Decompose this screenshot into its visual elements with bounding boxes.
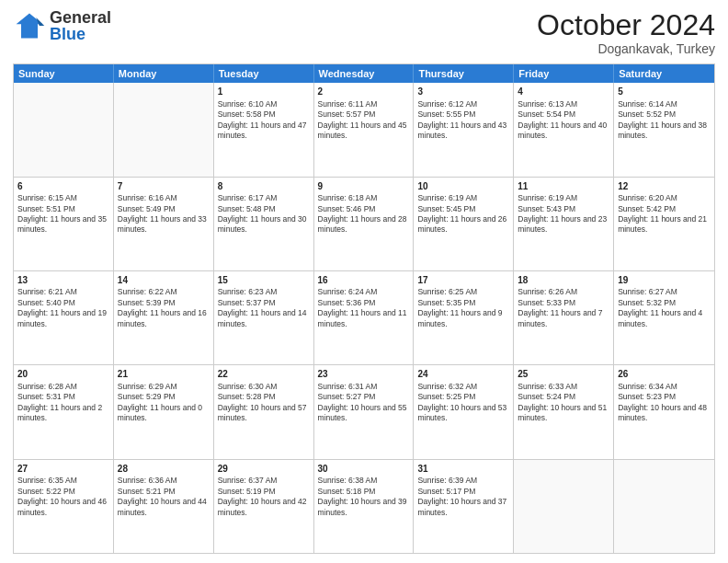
sunset-text: Sunset: 5:36 PM [318, 298, 376, 307]
cal-cell: 26Sunrise: 6:34 AMSunset: 5:23 PMDayligh… [614, 365, 714, 458]
sunrise-text: Sunrise: 6:28 AM [17, 382, 77, 391]
cal-cell: 22Sunrise: 6:30 AMSunset: 5:28 PMDayligh… [214, 365, 314, 458]
cal-cell: 1Sunrise: 6:10 AMSunset: 5:58 PMDaylight… [214, 83, 314, 176]
cal-header-cell: Sunday [14, 64, 114, 83]
cal-cell [514, 460, 614, 553]
daylight-text: Daylight: 11 hours and 38 minutes. [618, 121, 707, 140]
sunset-text: Sunset: 5:48 PM [218, 204, 276, 213]
subtitle: Dogankavak, Turkey [537, 41, 715, 56]
cal-cell: 23Sunrise: 6:31 AMSunset: 5:27 PMDayligh… [314, 365, 415, 458]
svg-marker-0 [17, 14, 43, 39]
cal-header-cell: Tuesday [214, 64, 314, 83]
sunrise-text: Sunrise: 6:23 AM [218, 287, 278, 296]
cal-cell: 31Sunrise: 6:39 AMSunset: 5:17 PMDayligh… [414, 460, 514, 553]
cal-cell: 13Sunrise: 6:21 AMSunset: 5:40 PMDayligh… [14, 271, 114, 364]
cal-cell: 15Sunrise: 6:23 AMSunset: 5:37 PMDayligh… [214, 271, 314, 364]
day-number: 12 [618, 180, 711, 193]
daylight-text: Daylight: 11 hours and 0 minutes. [118, 403, 202, 422]
sunrise-text: Sunrise: 6:30 AM [218, 382, 278, 391]
cal-cell: 2Sunrise: 6:11 AMSunset: 5:57 PMDaylight… [314, 83, 415, 176]
day-number: 27 [17, 463, 109, 476]
logo-icon [13, 9, 46, 42]
calendar-header: SundayMondayTuesdayWednesdayThursdayFrid… [14, 64, 714, 83]
day-number: 20 [17, 368, 109, 381]
day-number: 26 [618, 368, 711, 381]
cal-cell: 17Sunrise: 6:25 AMSunset: 5:35 PMDayligh… [414, 271, 514, 364]
sunset-text: Sunset: 5:31 PM [17, 392, 75, 401]
day-number: 25 [518, 368, 609, 381]
logo: General Blue [13, 9, 111, 42]
cal-row: 6Sunrise: 6:15 AMSunset: 5:51 PMDaylight… [14, 177, 714, 270]
sunrise-text: Sunrise: 6:19 AM [417, 193, 477, 202]
cal-cell: 27Sunrise: 6:35 AMSunset: 5:22 PMDayligh… [14, 460, 114, 553]
cal-row: 27Sunrise: 6:35 AMSunset: 5:22 PMDayligh… [14, 459, 714, 553]
sunset-text: Sunset: 5:55 PM [417, 109, 475, 119]
daylight-text: Daylight: 11 hours and 45 minutes. [318, 121, 407, 140]
cal-cell: 28Sunrise: 6:36 AMSunset: 5:21 PMDayligh… [114, 460, 214, 553]
sunrise-text: Sunrise: 6:36 AM [118, 476, 177, 485]
day-number: 22 [218, 368, 310, 381]
cal-header-cell: Wednesday [314, 64, 415, 83]
sunrise-text: Sunrise: 6:13 AM [518, 99, 577, 109]
sunrise-text: Sunrise: 6:32 AM [417, 382, 477, 391]
sunset-text: Sunset: 5:52 PM [618, 109, 676, 119]
cal-row: 20Sunrise: 6:28 AMSunset: 5:31 PMDayligh… [14, 364, 714, 458]
cal-cell: 8Sunrise: 6:17 AMSunset: 5:48 PMDaylight… [214, 178, 314, 270]
cal-cell: 6Sunrise: 6:15 AMSunset: 5:51 PMDaylight… [14, 178, 114, 270]
sunrise-text: Sunrise: 6:31 AM [318, 382, 378, 391]
sunset-text: Sunset: 5:25 PM [417, 392, 475, 401]
sunrise-text: Sunrise: 6:19 AM [518, 193, 577, 202]
sunrise-text: Sunrise: 6:20 AM [618, 193, 677, 202]
daylight-text: Daylight: 10 hours and 46 minutes. [17, 497, 107, 516]
sunset-text: Sunset: 5:33 PM [518, 298, 575, 307]
sunrise-text: Sunrise: 6:37 AM [218, 476, 278, 485]
daylight-text: Daylight: 11 hours and 33 minutes. [118, 214, 207, 234]
daylight-text: Daylight: 11 hours and 40 minutes. [518, 121, 607, 140]
header: General Blue October 2024 Dogankavak, Tu… [13, 9, 715, 56]
sunset-text: Sunset: 5:54 PM [518, 109, 575, 119]
daylight-text: Daylight: 11 hours and 23 minutes. [518, 214, 607, 234]
sunrise-text: Sunrise: 6:16 AM [118, 193, 177, 202]
sunrise-text: Sunrise: 6:22 AM [118, 287, 177, 296]
sunrise-text: Sunrise: 6:27 AM [618, 287, 677, 296]
sunrise-text: Sunrise: 6:10 AM [218, 99, 278, 109]
daylight-text: Daylight: 11 hours and 7 minutes. [518, 308, 602, 327]
sunset-text: Sunset: 5:45 PM [417, 204, 475, 213]
cal-row: 13Sunrise: 6:21 AMSunset: 5:40 PMDayligh… [14, 270, 714, 364]
daylight-text: Daylight: 10 hours and 42 minutes. [218, 497, 307, 516]
daylight-text: Daylight: 11 hours and 16 minutes. [118, 308, 207, 327]
cal-cell: 16Sunrise: 6:24 AMSunset: 5:36 PMDayligh… [314, 271, 415, 364]
day-number: 6 [17, 180, 109, 193]
daylight-text: Daylight: 11 hours and 9 minutes. [417, 308, 502, 327]
daylight-text: Daylight: 11 hours and 14 minutes. [218, 308, 307, 327]
daylight-text: Daylight: 10 hours and 57 minutes. [218, 403, 307, 422]
calendar-body: 1Sunrise: 6:10 AMSunset: 5:58 PMDaylight… [14, 83, 714, 553]
day-number: 1 [218, 86, 310, 98]
sunrise-text: Sunrise: 6:14 AM [618, 99, 677, 109]
sunset-text: Sunset: 5:42 PM [618, 204, 676, 213]
day-number: 28 [118, 463, 210, 476]
sunrise-text: Sunrise: 6:12 AM [417, 99, 477, 109]
sunset-text: Sunset: 5:40 PM [17, 298, 75, 307]
cal-cell: 24Sunrise: 6:32 AMSunset: 5:25 PMDayligh… [414, 365, 514, 458]
sunrise-text: Sunrise: 6:34 AM [618, 382, 677, 391]
cal-row: 1Sunrise: 6:10 AMSunset: 5:58 PMDaylight… [14, 83, 714, 176]
sunrise-text: Sunrise: 6:17 AM [218, 193, 278, 202]
daylight-text: Daylight: 10 hours and 39 minutes. [318, 497, 407, 516]
cal-cell: 11Sunrise: 6:19 AMSunset: 5:43 PMDayligh… [514, 178, 614, 270]
sunset-text: Sunset: 5:29 PM [118, 392, 176, 401]
day-number: 2 [318, 86, 410, 98]
day-number: 17 [417, 274, 509, 287]
daylight-text: Daylight: 11 hours and 28 minutes. [318, 214, 407, 234]
daylight-text: Daylight: 11 hours and 26 minutes. [417, 214, 506, 234]
logo-blue: Blue [50, 26, 111, 42]
cal-cell: 5Sunrise: 6:14 AMSunset: 5:52 PMDaylight… [614, 83, 714, 176]
daylight-text: Daylight: 10 hours and 53 minutes. [417, 403, 506, 422]
cal-cell: 9Sunrise: 6:18 AMSunset: 5:46 PMDaylight… [314, 178, 415, 270]
sunrise-text: Sunrise: 6:11 AM [318, 99, 378, 109]
cal-header-cell: Friday [514, 64, 614, 83]
sunrise-text: Sunrise: 6:18 AM [318, 193, 378, 202]
cal-cell [614, 460, 714, 553]
sunrise-text: Sunrise: 6:38 AM [318, 476, 378, 485]
month-title: October 2024 [537, 9, 715, 41]
